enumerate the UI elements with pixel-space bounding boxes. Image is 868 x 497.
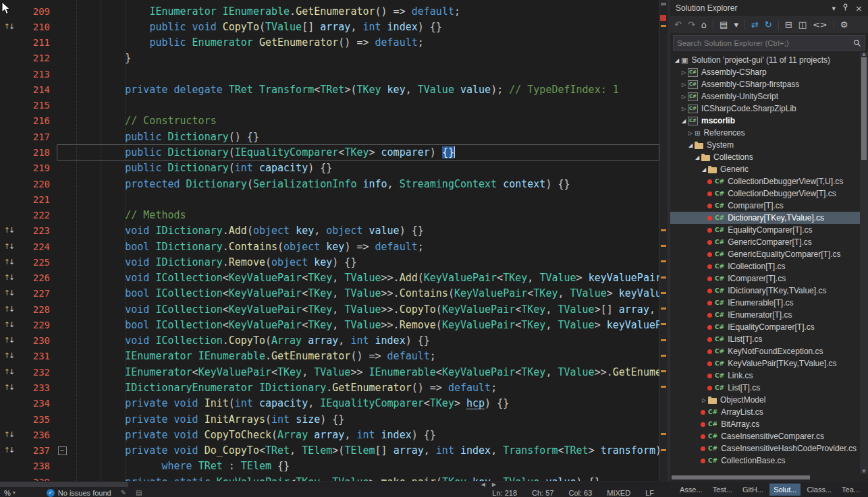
code-line-body[interactable]: − private void Do_CopyTo<TRet, TElem>(TE…	[57, 442, 659, 458]
tool-window-tab[interactable]: Test...	[709, 484, 736, 496]
scrollbar-thumb[interactable]	[672, 475, 810, 479]
tree-item[interactable]: C#GenericComparer[T].cs	[670, 236, 868, 248]
editor-lines[interactable]: 209 IEnumerator IEnumerable.GetEnumerato…	[0, 0, 659, 481]
tree-item[interactable]: ◢Generic	[670, 163, 868, 175]
override-arrows-icon[interactable]: ↑↓	[0, 23, 18, 31]
line-number[interactable]: 212	[18, 53, 57, 63]
tree-item[interactable]: C#Link.cs	[670, 370, 868, 382]
code-line-body[interactable]: protected Dictionary(SerializationInfo i…	[57, 176, 659, 192]
override-arrows-icon[interactable]: ↑↓	[0, 368, 18, 376]
code-line-body[interactable]: bool IDictionary.Contains(object key) =>…	[57, 239, 659, 254]
tree-item[interactable]: ▷C#Assembly-UnityScript	[670, 90, 868, 103]
line-number[interactable]: 231	[18, 351, 57, 361]
chevron-collapsed-icon[interactable]: ▷	[680, 106, 688, 112]
code-line-body[interactable]: where TRet : TElem {}	[57, 459, 659, 474]
code-line-body[interactable]: private static KeyValuePair<TKey, TValue…	[57, 474, 659, 481]
override-arrows-icon[interactable]: ↑↓	[0, 305, 18, 314]
forward-icon[interactable]: ↷	[688, 20, 695, 29]
code-text[interactable]: // Methods	[67, 209, 186, 221]
code-line-body[interactable]	[57, 66, 659, 82]
editor-vertical-scrollbar[interactable]	[659, 0, 668, 481]
code-text[interactable]: private void InitArrays(int size) {}	[67, 413, 344, 426]
line-number[interactable]: 226	[18, 272, 57, 283]
line-number[interactable]: 237	[18, 445, 57, 456]
fold-collapse-icon[interactable]: −	[58, 446, 67, 455]
code-text[interactable]: private void Do_CopyTo<TRet, TElem>(TEle…	[67, 444, 659, 457]
solution-tree[interactable]: ◢▣Solution 'project-gui' (11 of 11 proje…	[670, 52, 868, 474]
code-line-body[interactable]: public Dictionary(int capacity) {}	[57, 160, 659, 176]
scrollbar-thumb[interactable]	[0, 482, 128, 487]
code-line-body[interactable]: bool ICollection<KeyValuePair<TKey, TVal…	[57, 286, 659, 301]
tree-item[interactable]: ▷⊞References	[670, 127, 868, 139]
code-text[interactable]: private static KeyValuePair<TKey, TValue…	[67, 476, 601, 481]
line-number[interactable]: 209	[18, 6, 57, 17]
code-text[interactable]: protected Dictionary(SerializationInfo i…	[67, 178, 570, 190]
line-number[interactable]: 232	[18, 367, 57, 378]
chevron-collapsed-icon[interactable]: ▷	[680, 69, 688, 76]
chevron-collapsed-icon[interactable]: ▷	[700, 397, 708, 403]
code-text[interactable]: void ICollection<KeyValuePair<TKey, TVal…	[67, 272, 659, 284]
override-arrows-icon[interactable]: ↑↓	[0, 446, 18, 455]
scroll-up-icon[interactable]: ▲	[860, 52, 868, 57]
status-cell[interactable]: Ln: 218	[492, 489, 517, 497]
view-code-icon[interactable]: <>	[813, 20, 828, 29]
search-icon[interactable]	[850, 39, 865, 47]
tree-item[interactable]: ▷ObjectModel	[670, 394, 868, 406]
code-line-body[interactable]: public Dictionary() {}	[57, 129, 659, 144]
code-line-body[interactable]: private void CopyToCheck(Array array, in…	[57, 427, 659, 442]
tree-item[interactable]: C#CaseInsensitiveComparer.cs	[670, 430, 868, 442]
editor-horizontal-scrollbar[interactable]: ◀ ▶	[0, 481, 670, 488]
code-text[interactable]: private delegate TRet Transform<TRet>(TK…	[67, 84, 619, 96]
status-cell[interactable]: Ch: 57	[532, 489, 553, 497]
code-text[interactable]: public Dictionary() {}	[67, 131, 259, 143]
sync-with-active-document-icon[interactable]: ⇄	[751, 20, 759, 29]
line-number[interactable]: 230	[18, 335, 57, 346]
line-number[interactable]: 223	[18, 225, 57, 236]
tool-window-tab[interactable]: Class...	[803, 484, 836, 496]
switch-views-caret-icon[interactable]: ▾	[734, 20, 738, 29]
line-number[interactable]: 219	[18, 163, 57, 173]
chevron-expanded-icon[interactable]: ◢	[700, 167, 708, 173]
tree-item[interactable]: C#IDictionary[TKey,TValue].cs	[670, 285, 868, 297]
show-all-files-icon[interactable]: ◫	[798, 20, 807, 29]
line-number[interactable]: 229	[18, 320, 57, 330]
tree-item[interactable]: ◢Collections	[670, 151, 868, 163]
split-editor-handle[interactable]	[661, 3, 666, 5]
tree-item[interactable]: ▷C#ICSharpCode.SharpZipLib	[670, 103, 868, 115]
code-text[interactable]: bool ICollection<KeyValuePair<TKey, TVal…	[67, 287, 659, 299]
refresh-icon[interactable]: ↻	[765, 20, 772, 29]
chevron-expanded-icon[interactable]: ◢	[673, 57, 681, 63]
code-line-body[interactable]: IEnumerator<KeyValuePair<TKey, TValue>> …	[57, 364, 659, 380]
tree-item[interactable]: C#IEnumerable[T].cs	[670, 297, 868, 309]
tree-item[interactable]: C#Dictionary[TKey,TValue].cs	[670, 212, 868, 224]
back-icon[interactable]: ↶	[674, 20, 682, 29]
tree-item[interactable]: C#CollectionDebuggerView[T,U].cs	[670, 175, 868, 187]
tool-window-tab[interactable]: Solut...	[769, 484, 801, 496]
code-line-body[interactable]: IEnumerator IEnumerable.GetEnumerator() …	[57, 3, 659, 19]
code-line-body[interactable]: private void InitArrays(int size) {}	[57, 411, 659, 427]
tree-item[interactable]: C#BitArray.cs	[670, 418, 868, 430]
tree-item[interactable]: C#KeyNotFoundException.cs	[670, 345, 868, 357]
line-number[interactable]: 218	[18, 147, 57, 158]
line-number[interactable]: 216	[18, 115, 57, 126]
code-line-body[interactable]: bool ICollection<KeyValuePair<TKey, TVal…	[57, 317, 659, 332]
code-text[interactable]: void ICollection<KeyValuePair<TKey, TVal…	[67, 303, 659, 316]
status-cell[interactable]: MIXED	[607, 489, 630, 497]
override-arrows-icon[interactable]: ↑↓	[0, 274, 18, 282]
line-number[interactable]: 236	[18, 430, 57, 440]
tree-item[interactable]: C#CollectionDebuggerView[T].cs	[670, 187, 868, 200]
tree-item[interactable]: C#IList[T].cs	[670, 333, 868, 345]
code-line-body[interactable]: // Methods	[57, 207, 659, 223]
line-number[interactable]: 213	[18, 69, 57, 80]
code-line-body[interactable]: private delegate TRet Transform<TRet>(TK…	[57, 82, 659, 97]
line-number[interactable]: 228	[18, 304, 57, 315]
override-arrows-icon[interactable]: ↑↓	[0, 243, 18, 251]
code-text[interactable]: void IDictionary.Add(object key, object …	[67, 225, 424, 237]
pin-icon[interactable]	[842, 3, 849, 13]
tree-item[interactable]: C#CollectionBase.cs	[670, 455, 868, 467]
code-text[interactable]: public Dictionary(int capacity) {}	[67, 162, 332, 174]
search-box[interactable]	[673, 35, 865, 51]
tree-item[interactable]: C#List[T].cs	[670, 382, 868, 394]
tree-item[interactable]: C#Comparer[T].cs	[670, 200, 868, 212]
line-number[interactable]: 224	[18, 241, 57, 252]
